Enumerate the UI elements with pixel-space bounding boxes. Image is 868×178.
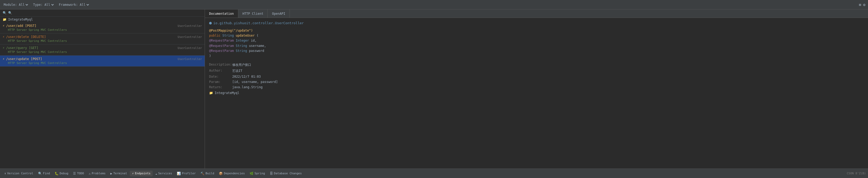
- bottom-problems[interactable]: ⚠ Problems: [87, 171, 108, 176]
- controller-tag-delete: UserController: [178, 35, 202, 39]
- code-public: public: [209, 34, 222, 37]
- tag-http-server-add: HTTP Server: [8, 28, 27, 32]
- type-filter[interactable]: Type: All: [32, 3, 55, 7]
- framework-filter[interactable]: Framework: All: [58, 3, 90, 7]
- tag-spring-mvc-delete: Spring MVC Controllers: [29, 39, 67, 43]
- bottom-todo[interactable]: ☰ TODO: [71, 171, 86, 176]
- controller-header: io.github.yishuoit.controller.UserContro…: [209, 21, 864, 25]
- spring-icon: 🌿: [250, 172, 253, 175]
- endpoint-query[interactable]: ⚡ /user/query [GET] UserController HTTP …: [0, 45, 205, 55]
- services-label: Services: [158, 172, 172, 175]
- database-changes-label: Database Changes: [274, 172, 302, 175]
- tab-documentation[interactable]: Documentation: [205, 9, 238, 18]
- code-param2-type: String: [236, 44, 249, 48]
- code-string: String: [222, 34, 236, 37]
- folder-item[interactable]: 📁 IntegrateMyql: [0, 17, 205, 22]
- info-row-param: Param: [id, username, password]: [209, 80, 864, 84]
- code-param3-type: String: [236, 49, 249, 53]
- method-icon-update: ⚡: [3, 57, 4, 61]
- tag-spring-mvc-update: Spring MVC Controllers: [29, 61, 67, 65]
- controller-tag-query: UserController: [178, 46, 202, 50]
- search-input[interactable]: [8, 11, 202, 15]
- tag-spring-mvc-add: Spring MVC Controllers: [29, 28, 67, 32]
- bottom-terminal[interactable]: ▶ Terminal: [108, 171, 129, 176]
- folder-icon-right: 📁: [209, 91, 213, 95]
- right-panel: Documentation HTTP Client OpenAPI io.git…: [205, 9, 868, 169]
- code-method: updateUser: [236, 34, 254, 37]
- framework-select[interactable]: Framework: All: [58, 3, 90, 7]
- return-value: java.lang.String: [232, 85, 263, 89]
- tag-http-server-update: HTTP Server: [8, 61, 27, 65]
- version-control-icon: ⬆: [4, 172, 6, 175]
- endpoint-update[interactable]: ⚡ /user/update [POST] UserController HTT…: [0, 55, 205, 67]
- method-icon-post: ⚡: [3, 24, 4, 28]
- code-annotation: @PostMapping("/update"): [209, 29, 253, 32]
- code-param2-ann: @RequestParam: [209, 44, 236, 48]
- author-label: Author:: [209, 69, 230, 73]
- code-param1-type: Integer: [236, 39, 251, 43]
- tab-openapi[interactable]: OpenAPI: [268, 9, 290, 18]
- controller-full-name: io.github.yishuoit.controller.UserContro…: [213, 21, 304, 25]
- todo-icon: ☰: [73, 172, 76, 175]
- find-icon: 🔍: [38, 172, 42, 175]
- endpoint-path-query: /user/query [GET]: [6, 46, 38, 50]
- date-label: Date:: [209, 75, 230, 78]
- code-param3-ann: @RequestParam: [209, 49, 236, 53]
- endpoints-icon: ⚡: [132, 172, 134, 175]
- param-value: [id, username, password]: [232, 80, 278, 84]
- endpoint-tags-update: HTTP Server Spring MVC Controllers: [3, 61, 202, 65]
- bottom-debug[interactable]: 🐛 Debug: [53, 171, 70, 176]
- profiler-icon: 📊: [177, 172, 181, 175]
- bottom-find[interactable]: 🔍 Find: [36, 171, 52, 176]
- param-label: Param:: [209, 80, 230, 84]
- method-icon-get: ⚡: [3, 46, 4, 50]
- author-value: 艺说IT: [232, 69, 242, 73]
- terminal-icon: ▶: [110, 172, 112, 175]
- endpoint-tags-query: HTTP Server Spring MVC Controllers: [3, 50, 202, 54]
- code-param2-name: username,: [249, 44, 266, 48]
- settings-icon[interactable]: ⚙: [863, 3, 865, 7]
- info-row-return: Return: java.lang.String: [209, 85, 864, 89]
- find-label: Find: [43, 172, 50, 175]
- info-row-description: Description: 修改用户接口: [209, 63, 864, 67]
- description-label: Description:: [209, 63, 230, 67]
- bottom-bar: ⬆ Version Control 🔍 Find 🐛 Debug ☰ TODO …: [0, 169, 868, 178]
- bottom-endpoints[interactable]: ⚡ Endpoints: [130, 171, 153, 176]
- endpoint-tags-delete: HTTP Server Spring MVC Controllers: [3, 39, 202, 43]
- endpoint-add[interactable]: ⚡ /user/add [POST] UserController HTTP S…: [0, 22, 205, 33]
- problems-icon: ⚠: [89, 172, 91, 175]
- endpoint-delete[interactable]: ⚡ /user/delete [DELETE] UserController H…: [0, 33, 205, 45]
- toolbar-right: ⊞ ⚙: [859, 3, 865, 7]
- build-icon: 🔨: [200, 172, 205, 175]
- todo-label: TODO: [77, 172, 84, 175]
- type-select[interactable]: Type: All: [32, 3, 55, 7]
- endpoint-path-update: /user/update [POST]: [6, 57, 42, 61]
- module-filter[interactable]: Module: All: [3, 3, 29, 7]
- left-panel: 🔍 📁 IntegrateMyql ⚡ /user/add [POST] Use…: [0, 9, 205, 169]
- info-row-author: Author: 艺说IT: [209, 69, 864, 73]
- debug-label: Debug: [60, 172, 68, 175]
- profiler-label: Profiler: [182, 172, 196, 175]
- method-icon-delete: ⚡: [3, 35, 4, 39]
- bottom-version-control[interactable]: ⬆ Version Control: [2, 171, 35, 176]
- bottom-services[interactable]: ☁ Services: [153, 171, 174, 176]
- bottom-build[interactable]: 🔨 Build: [198, 171, 216, 176]
- layout-icon[interactable]: ⊞: [859, 3, 861, 7]
- endpoint-path-add: /user/add [POST]: [6, 24, 36, 28]
- bottom-profiler[interactable]: 📊 Profiler: [175, 171, 198, 176]
- controller-tag-add: UserController: [178, 24, 202, 28]
- terminal-label: Terminal: [113, 172, 127, 175]
- integrate-folder: 📁 IntegrateMyql: [209, 91, 864, 95]
- endpoints-label: Endpoints: [135, 172, 151, 175]
- controller-dot: [209, 22, 212, 25]
- module-select[interactable]: Module: All: [3, 3, 29, 7]
- main-toolbar: Module: All Type: All Framework: All ⊞ ⚙: [0, 0, 868, 9]
- tab-http-client[interactable]: HTTP Client: [238, 9, 268, 18]
- bottom-dependencies[interactable]: 📦 Dependencies: [217, 171, 247, 176]
- controller-tag-update: UserController: [178, 57, 202, 61]
- bottom-spring[interactable]: 🌿 Spring: [247, 171, 267, 176]
- search-icon: 🔍: [3, 11, 6, 15]
- dependencies-label: Dependencies: [224, 172, 245, 175]
- bottom-right-info: CSON 8'Z(B): [847, 172, 866, 175]
- bottom-database-changes[interactable]: 🗄 Database Changes: [268, 171, 304, 176]
